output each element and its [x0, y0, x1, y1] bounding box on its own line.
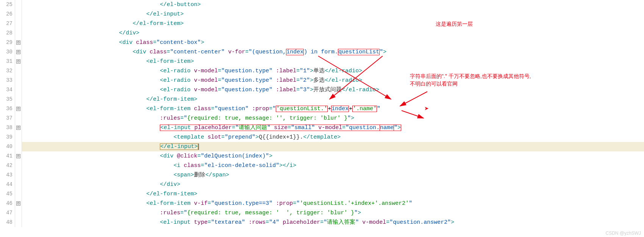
- watermark: CSDN @yzhSWJ: [605, 231, 641, 236]
- annotation-cursor-icon: ➤: [424, 105, 429, 111]
- annotation-2: 字符串后面的"." 千万不要忽略,也不要换成其他符号, 不明白的可以看官网: [410, 73, 531, 87]
- line-number: 40: [0, 142, 15, 151]
- code-line-active[interactable]: </el-input>: [22, 142, 644, 151]
- code-line[interactable]: <el-input placeholder="请输入问题" size="smal…: [22, 123, 644, 133]
- line-number: 29: [0, 38, 15, 47]
- fold-cell: [15, 85, 22, 95]
- code-line[interactable]: <div class="content-center" v-for="(ques…: [22, 47, 644, 57]
- fold-cell: [15, 133, 22, 142]
- line-number: 25: [0, 0, 15, 9]
- code-line[interactable]: <i class="el-icon-delete-solid"></i>: [22, 161, 644, 170]
- code-line[interactable]: <div class="content-box">: [22, 38, 644, 47]
- text-caret: [199, 143, 199, 150]
- code-line[interactable]: <el-radio v-model="question.type" :label…: [22, 66, 644, 76]
- code-area[interactable]: </el-button> </el-input> </el-form-item>…: [22, 0, 644, 227]
- fold-cell: ⊟: [15, 38, 22, 47]
- code-line[interactable]: <el-form-item v-if="question.type==3" :p…: [22, 199, 644, 208]
- line-number: 39: [0, 133, 15, 142]
- code-line[interactable]: </div>: [22, 28, 644, 38]
- line-number: 41: [0, 151, 15, 161]
- fold-cell: [15, 66, 22, 76]
- fold-cell: [15, 208, 22, 218]
- line-number: 32: [0, 66, 15, 76]
- line-number: 28: [0, 28, 15, 38]
- line-number: 45: [0, 189, 15, 199]
- fold-cell: [15, 9, 22, 19]
- line-number: 48: [0, 218, 15, 227]
- fold-cell: [15, 170, 22, 180]
- fold-cell: [15, 0, 22, 9]
- line-number: 27: [0, 19, 15, 28]
- fold-cell: [15, 218, 22, 227]
- fold-cell: [15, 189, 22, 199]
- fold-cell: [15, 19, 22, 28]
- fold-cell: ⊟: [15, 104, 22, 114]
- line-number: 46: [0, 199, 15, 208]
- code-line[interactable]: :rules="{required: true, message: '', tr…: [22, 114, 644, 123]
- line-number: 35: [0, 95, 15, 104]
- fold-minus-icon[interactable]: ⊟: [16, 126, 20, 130]
- fold-cell: ⊟: [15, 151, 22, 161]
- fold-cell: [15, 95, 22, 104]
- line-number: 34: [0, 85, 15, 95]
- line-number: 42: [0, 161, 15, 170]
- line-number: 47: [0, 208, 15, 218]
- fold-minus-icon[interactable]: ⊟: [16, 154, 20, 158]
- fold-cell: [15, 76, 22, 85]
- fold-minus-icon[interactable]: ⊟: [16, 50, 20, 54]
- annotation-1: 这是遍历第一层: [436, 21, 473, 28]
- fold-gutter: ⊟⊟⊟⊟⊟⊟⊟: [15, 0, 22, 227]
- line-number: 36: [0, 104, 15, 114]
- line-number: 30: [0, 47, 15, 57]
- code-line[interactable]: <el-form-item class="question" :prop="'q…: [22, 104, 644, 114]
- fold-cell: [15, 114, 22, 123]
- code-line[interactable]: </el-input>: [22, 9, 644, 19]
- line-number: 31: [0, 57, 15, 66]
- code-line[interactable]: </el-button>: [22, 0, 644, 9]
- line-number: 37: [0, 114, 15, 123]
- line-number: 38: [0, 123, 15, 133]
- line-number: 33: [0, 76, 15, 85]
- code-line[interactable]: <el-radio v-model="question.type" :label…: [22, 85, 644, 95]
- code-line[interactable]: <span>删除</span>: [22, 170, 644, 180]
- code-line[interactable]: </el-form-item>: [22, 95, 644, 104]
- fold-minus-icon[interactable]: ⊟: [16, 41, 20, 45]
- fold-cell: [15, 28, 22, 38]
- fold-minus-icon[interactable]: ⊟: [16, 107, 20, 111]
- code-line[interactable]: </el-form-item>: [22, 19, 644, 28]
- code-line[interactable]: </el-form-item>: [22, 189, 644, 199]
- fold-minus-icon[interactable]: ⊟: [16, 59, 20, 64]
- code-editor: 2526272829303132333435363738394041424344…: [0, 0, 644, 227]
- line-number-gutter: 2526272829303132333435363738394041424344…: [0, 0, 15, 227]
- code-line[interactable]: </div>: [22, 180, 644, 189]
- code-line[interactable]: <el-input type="textarea" :rows="4" plac…: [22, 218, 644, 227]
- line-number: 44: [0, 180, 15, 189]
- fold-cell: ⊟: [15, 199, 22, 208]
- code-line[interactable]: <el-radio v-model="question.type" :label…: [22, 76, 644, 85]
- annotation-2-line1: 字符串后面的"." 千万不要忽略,也不要换成其他符号,: [410, 73, 531, 79]
- fold-cell: ⊟: [15, 57, 22, 66]
- fold-cell: [15, 142, 22, 151]
- fold-cell: [15, 180, 22, 189]
- annotation-2-line2: 不明白的可以看官网: [410, 81, 458, 87]
- code-line[interactable]: <template slot="prepend">Q{{index+1}}.</…: [22, 133, 644, 142]
- code-line[interactable]: <el-form-item>: [22, 57, 644, 66]
- fold-minus-icon[interactable]: ⊟: [16, 201, 20, 206]
- code-line[interactable]: <div @click="delQuestion(index)">: [22, 151, 644, 161]
- line-number: 26: [0, 9, 15, 19]
- fold-cell: ⊟: [15, 47, 22, 57]
- fold-cell: [15, 161, 22, 170]
- fold-cell: ⊟: [15, 123, 22, 133]
- code-line[interactable]: :rules="{required: true, message: ' ', t…: [22, 208, 644, 218]
- line-number: 43: [0, 170, 15, 180]
